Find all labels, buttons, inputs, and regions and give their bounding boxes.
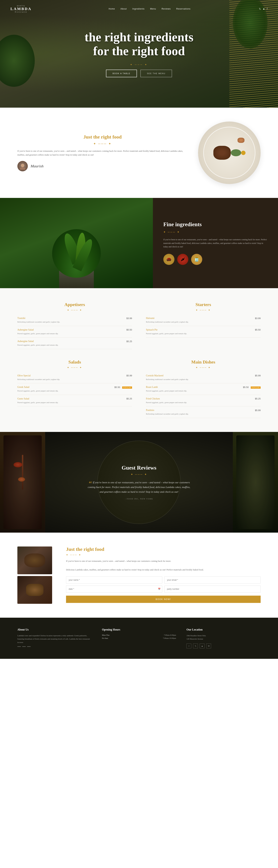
ingredient-1: 🌰 <box>163 254 174 265</box>
menu-item-header: Fried Chicken $5.25 <box>146 397 260 400</box>
fine-title: Fine ingredients <box>163 221 268 227</box>
food-meat <box>213 146 231 160</box>
food-image-2-inner <box>18 576 52 604</box>
fine-ingredients-row: 🌰 🌶 🫙 <box>163 254 268 265</box>
menu-starters: Starters ✦ ─── ✦ Haloumi $3.99 Refreshin… <box>146 302 260 349</box>
menu-item: Gusto Salad $5.25 Pureed eggplant, garli… <box>18 395 132 407</box>
footer-about-title: About Us <box>18 628 91 631</box>
footer-email-icon[interactable]: ✉ <box>206 644 211 648</box>
menu-item: Haloumi $3.99 Refreshing traditional cuc… <box>146 314 260 326</box>
nav-social: 𝕏 ▲ f <box>259 7 268 10</box>
footer-div-3 <box>27 646 31 647</box>
twitter-icon[interactable]: 𝕏 <box>259 7 261 10</box>
svg-point-1 <box>20 167 25 169</box>
book-table-button[interactable]: BOOK A TABLE <box>106 70 137 77</box>
menu-item: Aubergine Salad $5.50 Pureed eggplant, g… <box>18 326 132 338</box>
about-signature: Maurish <box>18 161 188 172</box>
svg-point-0 <box>21 164 24 167</box>
reviews-section: Guest Reviews ✦ ─── ✦ If you've been to … <box>0 432 278 533</box>
menu-item-header: Cornish Mackerel $5.99 <box>146 374 260 377</box>
nav-reviews[interactable]: Reviews <box>162 8 171 10</box>
about-divider: ✦ ─── ✦ <box>18 142 188 146</box>
hero-divider: ✦ ─── ✦ <box>85 63 194 66</box>
chef-avatar-image <box>19 163 26 169</box>
reservation-form-area: Just the right food ✦ ─── ✦ If you've be… <box>66 547 260 603</box>
food-photo-right <box>236 435 275 529</box>
date-field-wrapper: 📅 <box>66 586 162 592</box>
fine-body: If you've been to one of our restaurants… <box>163 238 268 248</box>
chef-avatar <box>18 161 28 172</box>
nav-links: Home About Ingredients Menu Reviews Rese… <box>32 8 268 10</box>
reservation-form: 📅 Book now! <box>66 577 260 603</box>
menu-item: Spinach Pie $5.50 Pureed eggplant, garli… <box>146 326 260 338</box>
footer-social: f 𝕏 ▲ ✉ <box>187 644 260 648</box>
menu-item: Cornish Mackerel $5.99 Refreshing tradit… <box>146 372 260 383</box>
starters-title: Starters <box>146 302 260 307</box>
salads-title: Salads <box>18 360 132 365</box>
menu-salads: Salads ✦ ─── ✦ Olive Special $5.99 Refre… <box>18 360 132 418</box>
menu-item-header: Olive Special $5.99 <box>18 374 132 377</box>
menu-main-dishes: Main Dishes ✦ ─── ✦ Cornish Mackerel $5.… <box>146 360 260 418</box>
footer-hours-day-1: Mon-Thu: <box>102 634 110 636</box>
menu-item: Olive Special $5.99 Refreshing tradition… <box>18 372 132 383</box>
fine-left-image <box>0 198 153 288</box>
footer-facebook-icon[interactable]: f <box>187 644 191 648</box>
food-image-1-inner <box>18 547 52 574</box>
food-plate <box>198 122 260 184</box>
menu-item: Greek Salad $5.50 Popular Pureed eggplan… <box>18 383 132 395</box>
footer-dividers <box>18 646 91 647</box>
main-nav: quality LAMBDA Ristorante Home About Ing… <box>0 0 278 18</box>
menu-item: Tzatziki $3.99 Refreshing traditional cu… <box>18 314 132 326</box>
nav-home[interactable]: Home <box>109 8 115 10</box>
date-input[interactable] <box>66 586 162 592</box>
footer-twitter-icon[interactable]: 𝕏 <box>193 644 198 648</box>
food-visual-2 <box>26 584 44 596</box>
book-now-button[interactable]: Book now! <box>66 596 260 603</box>
menu-grid: Appetisers ✦ ─── ✦ Tzatziki $3.99 Refres… <box>18 302 260 418</box>
footer-div-2 <box>22 646 26 647</box>
chef-signature: Maurish <box>31 164 44 168</box>
footer-hours-time-2: 7:00am-10:00pm <box>163 637 176 639</box>
appetisers-divider: ✦ ─── ✦ <box>18 309 132 312</box>
popular-badge: Popular <box>122 386 132 389</box>
menu-item: Roast Lamb $5.50 Popular Pureed eggplant… <box>146 383 260 395</box>
menu-item: Pastitsio $5.99 Refreshing traditional c… <box>146 406 260 418</box>
menu-item-header: Aubergine Salad $5.50 <box>18 329 132 331</box>
menu-item-header: Aubergine Salad $5.25 <box>18 340 132 343</box>
menu-item-header: Spinach Pie $5.50 <box>146 329 260 331</box>
about-title: Just the right food <box>18 134 188 140</box>
see-menu-button[interactable]: SEE THE MENU <box>140 70 172 77</box>
ingredient-2: 🌶 <box>177 254 188 265</box>
nav-reservations[interactable]: Reservations <box>176 8 190 10</box>
nav-logo: quality LAMBDA Ristorante <box>10 5 32 13</box>
menu-item: Fried Chicken $5.25 Pureed eggplant, gar… <box>146 395 260 407</box>
nav-menu[interactable]: Menu <box>150 8 156 10</box>
hero-content: the right ingredients for the right food… <box>85 30 194 77</box>
name-input[interactable] <box>66 577 162 584</box>
instagram-icon[interactable]: ▲ <box>262 7 265 10</box>
calendar-icon: 📅 <box>158 588 161 590</box>
nav-ingredients[interactable]: Ingredients <box>132 8 144 10</box>
footer-hours-title: Opening Hours <box>102 628 176 631</box>
footer-instagram-icon[interactable]: ▲ <box>200 644 204 648</box>
footer-location: Our Location 19th Paradise Street Sitia … <box>187 628 260 649</box>
food-greens <box>231 149 241 156</box>
food-on-skewer <box>13 462 22 467</box>
review-author: - food inc, New York <box>87 498 191 500</box>
party-input[interactable] <box>164 586 260 592</box>
ingredient-3: 🫙 <box>191 254 202 265</box>
fine-divider: ✦ ─── ✦ <box>163 230 268 234</box>
email-input[interactable] <box>164 577 260 584</box>
menu-item-header: Pastitsio $5.99 <box>146 409 260 412</box>
menu-appetisers: Appetisers ✦ ─── ✦ Tzatziki $3.99 Refres… <box>18 302 132 349</box>
reservation-divider: ✦ ─── ✦ <box>66 553 260 556</box>
menu-section: Appetisers ✦ ─── ✦ Tzatziki $3.99 Refres… <box>0 288 278 432</box>
facebook-icon[interactable]: f <box>267 7 268 10</box>
food-visual <box>24 553 45 567</box>
nav-about[interactable]: About <box>120 8 127 10</box>
fine-right-content: Fine ingredients ✦ ─── ✦ If you've been … <box>153 198 278 288</box>
menu-item-header: Gusto Salad $5.25 <box>18 397 132 400</box>
reviews-content: Guest Reviews ✦ ─── ✦ If you've been to … <box>87 465 191 500</box>
footer-location-line1: 19th Paradise Street Sitia <box>187 634 260 638</box>
about-text: Just the right food ✦ ─── ✦ If you've be… <box>18 134 188 172</box>
